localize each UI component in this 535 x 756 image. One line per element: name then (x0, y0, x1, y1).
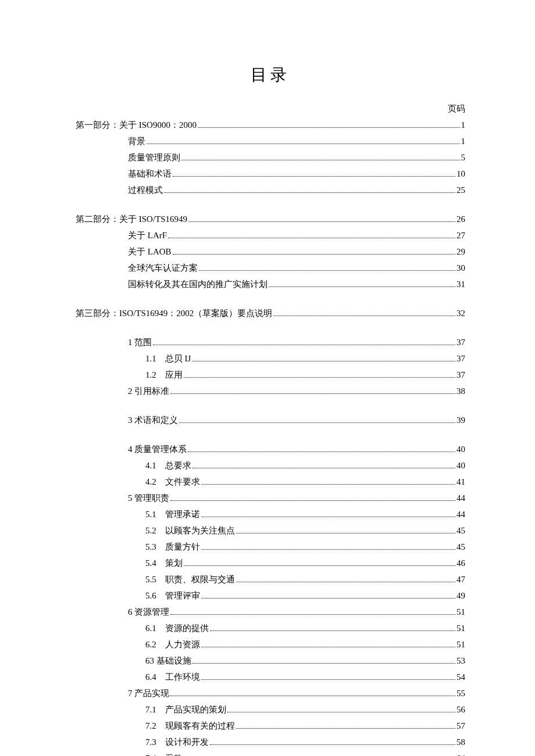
document-page: 目录 页码 第一部分：关于 ISO9000：20001背景1质量管理原则5基础和… (0, 0, 535, 756)
toc-entry-label: 1.2 应用 (145, 368, 183, 382)
toc-entry: 5.3 质量方针45 (76, 540, 465, 554)
toc-leader-dots (181, 160, 460, 160)
toc-entry: 1 范围37 (76, 335, 465, 349)
toc-leader-dots (199, 270, 455, 271)
page-number-header: 页码 (76, 103, 465, 114)
toc-entry-label: 5.4 策划 (145, 556, 183, 570)
toc-leader-dots (236, 728, 455, 729)
toc-entry-label: 5.6 管理评审 (145, 589, 200, 603)
toc-leader-dots (210, 744, 455, 745)
toc-leader-dots (192, 361, 455, 361)
toc-leader-dots (273, 316, 455, 316)
toc-entry-page: 51 (456, 621, 465, 635)
toc-leader-dots (168, 238, 455, 238)
toc-entry-page: 29 (456, 245, 465, 259)
toc-entry-label: 63 基础设施 (145, 654, 191, 668)
toc-entry-page: 27 (456, 228, 465, 242)
toc-entry-label: 7.3 设计和开发 (145, 735, 209, 749)
toc-entry-page: 55 (456, 686, 465, 700)
toc-entry: 5.1 管理承诺44 (76, 507, 465, 521)
toc-entry-label: 5.3 质量方针 (145, 540, 200, 554)
toc-leader-dots (153, 345, 455, 345)
toc-entry: 基础和术语10 (76, 167, 465, 181)
toc-title: 目录 (76, 64, 465, 86)
toc-entry: 第三部分：ISO/TS16949：2002（草案版）要点说明32 (76, 306, 465, 320)
toc-entry: 质量管理原则5 (76, 151, 465, 164)
toc-leader-dots (192, 468, 455, 468)
toc-entry-page: 1 (461, 118, 466, 132)
toc-entry: 3 术语和定义39 (76, 413, 465, 427)
toc-entry-page: 49 (456, 589, 465, 603)
toc-entry: 背景1 (76, 134, 465, 148)
toc-leader-dots (198, 127, 460, 128)
toc-entry-page: 32 (456, 306, 465, 320)
toc-entry-page: 44 (456, 491, 465, 505)
toc-leader-dots (201, 647, 455, 647)
toc-leader-dots (192, 663, 455, 664)
toc-entry-page: 57 (456, 719, 465, 733)
toc-entry-page: 10 (456, 167, 465, 181)
toc-entry-label: 1.1 总贝 IJ (145, 352, 191, 366)
toc-leader-dots (184, 377, 455, 378)
toc-entry-label: 基础和术语 (128, 167, 172, 181)
toc-entry: 63 基础设施53 (76, 654, 465, 668)
toc-entry: 1.1 总贝 IJ37 (76, 352, 465, 366)
toc-leader-dots (184, 565, 455, 566)
toc-leader-dots (236, 582, 455, 582)
toc-gap (76, 323, 465, 335)
toc-entry-page: 46 (456, 556, 465, 570)
toc-entry-page: 41 (456, 475, 465, 489)
toc-entry: 4.1 总要求40 (76, 458, 465, 472)
toc-entry-label: 2 引用标准 (128, 384, 169, 398)
toc-entry: 全球汽车认证方案30 (76, 261, 465, 275)
toc-entry-page: 38 (456, 384, 465, 398)
toc-entry-page: 54 (456, 670, 465, 684)
toc-entry-page: 31 (456, 277, 465, 291)
toc-entry-page: 56 (456, 703, 465, 716)
toc-entry-page: 47 (456, 572, 465, 586)
toc-entry: 7.3 设计和开发58 (76, 735, 465, 749)
toc-entry-page: 5 (461, 151, 466, 164)
toc-leader-dots (164, 192, 455, 193)
toc-entry-label: 背景 (128, 134, 145, 148)
toc-entry-page: 45 (456, 524, 465, 538)
toc-entry: 7.1 产品实现的策划56 (76, 703, 465, 716)
toc-entry-label: 6.4 工作环境 (145, 670, 200, 684)
toc-leader-dots (201, 549, 455, 550)
toc-entry-page: 51 (456, 605, 465, 619)
toc-leader-dots (188, 221, 455, 222)
toc-entry-page: 51 (456, 637, 465, 651)
toc-gap (76, 293, 465, 306)
toc-entry: 5 管理职责44 (76, 491, 465, 505)
toc-leader-dots (173, 176, 455, 177)
toc-entry-label: 6.1 资源的提供 (145, 621, 209, 635)
toc-leader-dots (179, 422, 455, 423)
toc-entry-page: 25 (456, 183, 465, 197)
toc-entry-label: 过程模式 (128, 183, 163, 197)
toc-entry-page: 64 (456, 751, 465, 756)
toc-entry-label: 3 术语和定义 (128, 413, 178, 427)
toc-entry-label: 7 产品实现 (128, 686, 169, 700)
toc-leader-dots (201, 598, 455, 599)
toc-leader-dots (210, 630, 455, 631)
toc-entry: 7.4 采购64 (76, 751, 465, 756)
toc-entry-page: 26 (456, 212, 465, 226)
toc-entry: 5.2 以顾客为关注焦点45 (76, 524, 465, 538)
toc-entry-label: 全球汽车认证方案 (128, 261, 198, 275)
toc-entry-label: 5.5 职责、权限与交通 (145, 572, 235, 586)
toc-entry: 7 产品实现55 (76, 686, 465, 700)
toc-entry-label: 4.2 文件要求 (145, 475, 200, 489)
toc-entry: 6 资源管理51 (76, 605, 465, 619)
toc-leader-dots (269, 286, 455, 287)
toc-entry-label: 7.2 现顾客有关的过程 (145, 719, 235, 733)
toc-entry-page: 45 (456, 540, 465, 554)
toc-leader-dots (236, 533, 455, 533)
toc-entry-page: 40 (456, 458, 465, 472)
toc-leader-dots (170, 500, 455, 501)
toc-entry: 关于 LAOB29 (76, 245, 465, 259)
toc-entry-label: 6.2 人力资源 (145, 637, 200, 651)
toc-entry-label: 质量管理原则 (128, 151, 180, 164)
toc-entry-label: 5.2 以顾客为关注焦点 (145, 524, 235, 538)
table-of-contents: 第一部分：关于 ISO9000：20001背景1质量管理原则5基础和术语10过程… (76, 118, 465, 756)
toc-entry-page: 30 (456, 261, 465, 275)
